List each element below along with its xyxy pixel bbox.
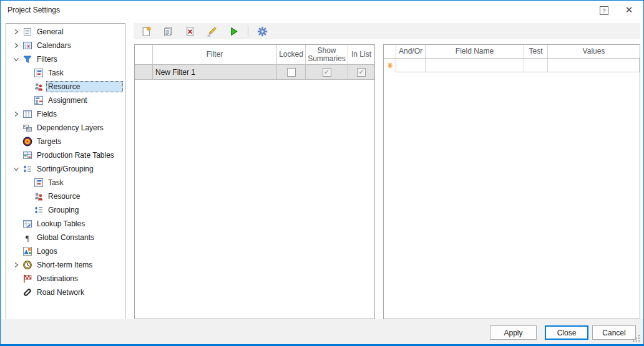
- sidebar-item-resource[interactable]: Resource: [6, 80, 125, 94]
- chevron-placeholder: [22, 68, 32, 78]
- sidebar-item-resource[interactable]: Resource: [6, 190, 125, 203]
- test-cell[interactable]: [524, 59, 548, 72]
- sidebar-item-label: General: [37, 27, 64, 36]
- locked-checkbox[interactable]: [287, 68, 296, 77]
- edit-filter-button[interactable]: [203, 24, 220, 38]
- logos-icon: [22, 246, 32, 256]
- row-indicator-column-header: [135, 45, 153, 65]
- targets-icon: [22, 137, 32, 147]
- column-header-locked[interactable]: Locked: [277, 45, 306, 65]
- show-summaries-checkbox[interactable]: ✓: [323, 68, 331, 77]
- sidebar-item-label: Road Network: [37, 288, 84, 297]
- sidebar-item-label: Filters: [37, 55, 57, 64]
- new-filter-button[interactable]: [138, 24, 154, 38]
- sidebar-item-label: Destinations: [37, 274, 78, 283]
- sidebar-item-road-network[interactable]: Road Network: [6, 286, 125, 299]
- lookup-tables-icon: [22, 219, 32, 229]
- sidebar-item-fields[interactable]: Fields: [6, 107, 125, 121]
- copy-icon: [163, 26, 173, 37]
- column-header-values[interactable]: Values: [548, 45, 640, 59]
- dependency-layers-icon: [22, 123, 32, 133]
- chevron-placeholder: [11, 137, 21, 147]
- chevron-placeholder: [22, 205, 32, 215]
- in-list-checkbox[interactable]: ✓: [357, 68, 366, 77]
- help-icon: ?: [602, 7, 605, 14]
- chevron-placeholder: [11, 219, 21, 229]
- sidebar-item-destinations[interactable]: Destinations: [6, 272, 125, 286]
- task-icon: [34, 178, 44, 188]
- chevron-down-icon[interactable]: [11, 164, 21, 174]
- sidebar-item-label: Sorting/Grouping: [37, 165, 94, 173]
- filters-toolbar: [134, 23, 640, 39]
- sidebar-item-task[interactable]: Task: [6, 176, 125, 190]
- run-filter-button[interactable]: [225, 24, 242, 38]
- new-criteria-row[interactable]: [384, 59, 640, 72]
- filter-name-cell[interactable]: New Filter 1: [153, 65, 277, 80]
- values-cell[interactable]: [548, 59, 640, 72]
- help-button[interactable]: ?: [600, 6, 608, 15]
- column-header-show-summaries[interactable]: Show Summaries: [306, 45, 348, 65]
- sidebar-item-targets[interactable]: Targets: [6, 135, 125, 148]
- chevron-right-icon[interactable]: [11, 27, 21, 37]
- sidebar-item-grouping[interactable]: Grouping: [6, 203, 125, 217]
- column-header-field-name[interactable]: Field Name: [426, 45, 524, 59]
- filter-settings-button[interactable]: [254, 24, 270, 38]
- field-name-cell[interactable]: [426, 59, 524, 72]
- chevron-down-icon[interactable]: [11, 54, 21, 64]
- title-bar[interactable]: Project Settings ? ✕: [1, 1, 643, 19]
- sidebar-item-assignment[interactable]: Assignment: [6, 94, 125, 107]
- sidebar-item-sorting-grouping[interactable]: Sorting/Grouping: [6, 162, 125, 176]
- chevron-placeholder: [22, 82, 32, 92]
- sidebar-item-label: Fields: [37, 110, 57, 118]
- filter-row[interactable]: New Filter 1 ✓ ✓: [135, 65, 374, 80]
- dialog-footer: Apply Close Cancel: [1, 319, 643, 344]
- chevron-placeholder: [22, 178, 32, 188]
- column-header-filter[interactable]: Filter: [153, 45, 277, 65]
- resize-grip[interactable]: [632, 334, 641, 343]
- chevron-placeholder: [22, 95, 32, 105]
- sidebar-item-label: Task: [48, 69, 64, 77]
- chevron-placeholder: [11, 123, 21, 133]
- filters-grid-header: Filter Locked Show Summaries In List: [135, 45, 374, 65]
- sidebar-item-production-rate-tables[interactable]: Production Rate Tables: [6, 148, 125, 162]
- chevron-right-icon[interactable]: [11, 109, 21, 119]
- row-indicator-cell: [135, 65, 153, 80]
- chevron-placeholder: [11, 274, 21, 284]
- and-or-cell[interactable]: [396, 59, 426, 72]
- copy-filter-button[interactable]: [160, 24, 176, 38]
- sidebar-item-short-term-items[interactable]: Short-term Items: [6, 258, 125, 272]
- sidebar-item-calendars[interactable]: Calendars: [6, 39, 125, 52]
- sidebar-item-label: Resource: [48, 192, 80, 201]
- svg-text:¶: ¶: [26, 233, 29, 243]
- short-term-items-icon: [22, 260, 32, 270]
- sidebar-item-dependency-layers[interactable]: Dependency Layers: [6, 121, 125, 135]
- general-icon: [22, 27, 32, 37]
- sorting-grouping-icon: [22, 164, 32, 174]
- pencil-icon: [207, 26, 217, 37]
- sidebar-item-task[interactable]: Task: [6, 66, 125, 80]
- column-header-test[interactable]: Test: [524, 45, 548, 59]
- calendars-icon: [22, 41, 32, 50]
- new-row-asterisk-icon: [386, 62, 394, 69]
- sidebar-item-lookup-tables[interactable]: Lookup Tables: [6, 217, 125, 231]
- settings-tree: GeneralCalendarsFiltersTaskResourceAssig…: [6, 23, 125, 320]
- assignment-icon: [34, 95, 44, 105]
- sidebar-item-global-constants[interactable]: ¶Global Constants: [6, 231, 125, 244]
- apply-button[interactable]: Apply: [490, 325, 537, 340]
- sidebar-item-logos[interactable]: Logos: [6, 244, 125, 258]
- chevron-right-icon[interactable]: [11, 41, 21, 50]
- destinations-icon: [22, 274, 32, 284]
- column-header-in-list[interactable]: In List: [348, 45, 374, 65]
- filters-icon: [22, 54, 32, 64]
- window-close-button[interactable]: ✕: [622, 4, 636, 16]
- delete-filter-button[interactable]: [182, 24, 198, 38]
- filter-criteria-grid: And/Or Field Name Test Values: [383, 44, 640, 319]
- close-button[interactable]: Close: [545, 325, 588, 340]
- sidebar-item-filters[interactable]: Filters: [6, 52, 125, 66]
- chevron-right-icon[interactable]: [11, 260, 21, 270]
- cancel-button[interactable]: Cancel: [592, 325, 636, 340]
- column-header-and-or[interactable]: And/Or: [396, 45, 426, 59]
- sidebar-item-label: Assignment: [48, 96, 87, 105]
- sidebar-item-general[interactable]: General: [6, 25, 125, 39]
- sidebar-item-label: Task: [48, 178, 64, 187]
